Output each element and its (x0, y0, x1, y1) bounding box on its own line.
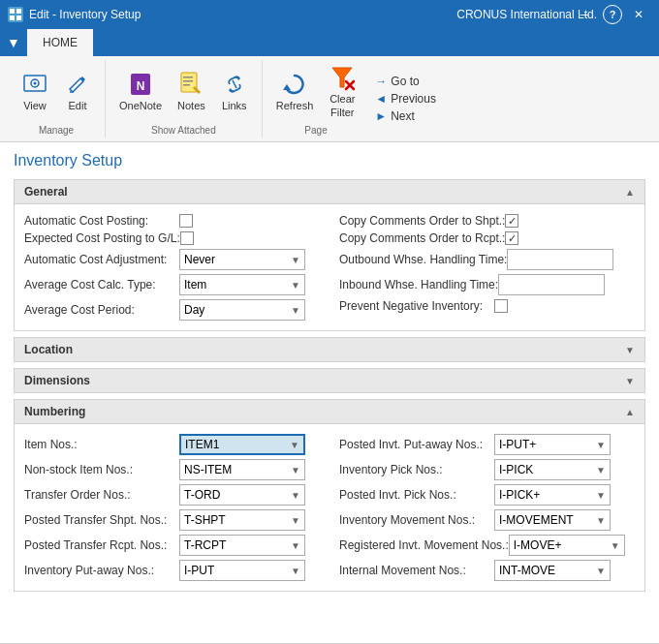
inventory-movement-nos-value: I-MOVEMENT (499, 513, 574, 527)
numbering-chevron: ▲ (625, 407, 635, 417)
general-section-header[interactable]: General ▲ (15, 180, 644, 204)
avg-cost-calc-label: Average Cost Calc. Type: (24, 278, 179, 291)
transfer-order-nos-label: Transfer Order Nos.: (24, 488, 179, 502)
refresh-icon (281, 71, 308, 98)
avg-cost-period-value: Day (184, 303, 204, 317)
transfer-order-nos-row: Transfer Order Nos.: T-ORD ▼ (24, 482, 320, 507)
expected-cost-row: Expected Cost Posting to G/L: (24, 230, 320, 247)
posted-transfer-shpt-select[interactable]: T-SHPT ▼ (179, 509, 305, 531)
page-navigation: → Go to ◄ Previous ► Next (365, 60, 446, 138)
registered-invt-movement-select[interactable]: I-MOVE+ ▼ (509, 535, 625, 556)
notes-icon (177, 71, 204, 98)
avg-cost-period-select[interactable]: Day ▼ (179, 299, 305, 321)
copy-comments-shpt-checkbox[interactable] (505, 214, 518, 228)
posted-invt-pick-nos-row: Posted Invt. Pick Nos.: I-PICK+ ▼ (339, 482, 635, 507)
page-title: Inventory Setup (14, 152, 645, 169)
inbound-whse-input[interactable] (498, 274, 605, 295)
svg-rect-0 (10, 9, 15, 14)
location-section-header[interactable]: Location ▼ (15, 338, 644, 361)
outbound-whse-input[interactable] (507, 249, 613, 270)
previous-label: Previous (391, 92, 436, 106)
expected-cost-checkbox[interactable] (180, 231, 194, 245)
tab-home[interactable]: HOME (27, 29, 93, 56)
notes-label: Notes (177, 100, 205, 112)
svg-point-6 (34, 81, 37, 84)
outbound-whse-label: Outbound Whse. Handling Time: (339, 253, 507, 266)
links-button[interactable]: Links (215, 67, 254, 116)
numbering-section: Numbering ▲ Item Nos.: ITEM1 ▼ Non-stock… (14, 399, 645, 592)
dimensions-chevron: ▼ (625, 376, 635, 386)
copy-comments-rcpt-checkbox[interactable] (505, 231, 518, 245)
posted-invt-putaway-nos-label: Posted Invt. Put-away Nos.: (339, 438, 494, 451)
movement-arrow: ▼ (596, 515, 606, 526)
refresh-button[interactable]: Refresh (270, 67, 320, 116)
previous-button[interactable]: ◄ Previous (369, 90, 442, 107)
internal-movement-nos-label: Internal Movement Nos.: (339, 564, 494, 577)
edit-label: Edit (69, 100, 87, 112)
prevent-negative-checkbox[interactable] (494, 299, 508, 313)
inventory-movement-nos-row: Inventory Movement Nos.: I-MOVEMENT ▼ (339, 507, 635, 533)
ribbon-group-show-attached: N OneNote Notes Links Show Atta (106, 60, 263, 138)
notes-button[interactable]: Notes (172, 67, 211, 116)
inventory-putaway-nos-label: Inventory Put-away Nos.: (24, 564, 179, 577)
numbering-section-header[interactable]: Numbering ▲ (15, 400, 644, 424)
clear-filter-label: ClearFilter (330, 93, 355, 118)
copy-comments-rcpt-row: Copy Comments Order to Rcpt.: (339, 230, 635, 247)
dimensions-section: Dimensions ▼ (14, 368, 645, 393)
svg-line-14 (233, 80, 236, 88)
show-attached-label: Show Attached (151, 125, 216, 138)
edit-button[interactable]: Edit (58, 67, 97, 116)
avg-cost-calc-select[interactable]: Item ▼ (179, 274, 305, 295)
posted-invt-putaway-select[interactable]: I-PUT+ ▼ (494, 434, 611, 455)
item-nos-value: ITEM1 (185, 438, 219, 451)
general-body: Automatic Cost Posting: Expected Cost Po… (15, 204, 644, 330)
svg-rect-1 (16, 9, 21, 14)
auto-cost-posting-checkbox[interactable] (179, 214, 193, 228)
auto-cost-adjust-row: Automatic Cost Adjustment: Never ▼ (24, 247, 320, 272)
view-button[interactable]: View (16, 67, 54, 116)
nonstock-item-nos-label: Non-stock Item Nos.: (24, 463, 179, 476)
location-section: Location ▼ (14, 337, 645, 362)
window-title: Edit - Inventory Setup (29, 8, 141, 21)
posted-invt-pick-nos-label: Posted Invt. Pick Nos.: (339, 488, 494, 502)
posted-invt-pick-nos-value: I-PICK+ (499, 488, 540, 502)
posted-transfer-rcpt-nos-label: Posted Transfer Rcpt. Nos.: (24, 538, 179, 552)
inventory-pick-nos-row: Inventory Pick Nos.: I-PICK ▼ (339, 457, 635, 482)
posted-transfer-rcpt-select[interactable]: T-RCPT ▼ (179, 535, 305, 556)
manage-group-label: Manage (39, 125, 74, 138)
svg-rect-3 (16, 15, 21, 20)
avg-cost-calc-row: Average Cost Calc. Type: Item ▼ (24, 272, 320, 297)
help-button[interactable]: ? (603, 5, 622, 24)
clear-filter-button[interactable]: ClearFilter (323, 60, 361, 122)
onenote-button[interactable]: N OneNote (113, 67, 168, 116)
inventory-putaway-nos-select[interactable]: I-PUT ▼ (179, 560, 305, 581)
ribbon-nav-button[interactable]: ▼ (0, 29, 27, 56)
goto-button[interactable]: → Go to (369, 73, 442, 90)
links-icon (221, 71, 248, 98)
dimensions-section-header[interactable]: Dimensions ▼ (15, 369, 644, 392)
auto-cost-adjust-select[interactable]: Never ▼ (179, 249, 305, 270)
nonstock-arrow: ▼ (291, 465, 300, 475)
nonstock-item-nos-select[interactable]: NS-ITEM ▼ (179, 459, 305, 480)
company-area: CRONUS International Ltd. ? (449, 0, 630, 29)
posted-putaway-arrow: ▼ (596, 440, 606, 450)
general-title: General (24, 185, 68, 199)
refresh-label: Refresh (276, 100, 314, 112)
inventory-movement-nos-select[interactable]: I-MOVEMENT ▼ (494, 509, 611, 531)
inventory-movement-nos-label: Inventory Movement Nos.: (339, 513, 494, 527)
inventory-pick-nos-select[interactable]: I-PICK ▼ (494, 459, 611, 480)
item-nos-select[interactable]: ITEM1 ▼ (179, 434, 305, 455)
next-button[interactable]: ► Next (369, 107, 442, 125)
view-label: View (23, 100, 47, 112)
transfer-order-nos-select[interactable]: T-ORD ▼ (179, 484, 305, 506)
app-icon (8, 7, 23, 22)
auto-cost-adjust-value: Never (184, 253, 215, 266)
item-nos-label: Item Nos.: (24, 438, 179, 451)
internal-movement-nos-select[interactable]: INT-MOVE ▼ (494, 560, 611, 581)
auto-cost-posting-label: Automatic Cost Posting: (24, 214, 179, 228)
inventory-pick-nos-value: I-PICK (499, 463, 533, 476)
posted-invt-pick-nos-select[interactable]: I-PICK+ ▼ (494, 484, 611, 506)
onenote-label: OneNote (119, 100, 162, 112)
avg-cost-calc-arrow: ▼ (291, 280, 300, 291)
general-section: General ▲ Automatic Cost Posting: Expect… (14, 179, 645, 331)
